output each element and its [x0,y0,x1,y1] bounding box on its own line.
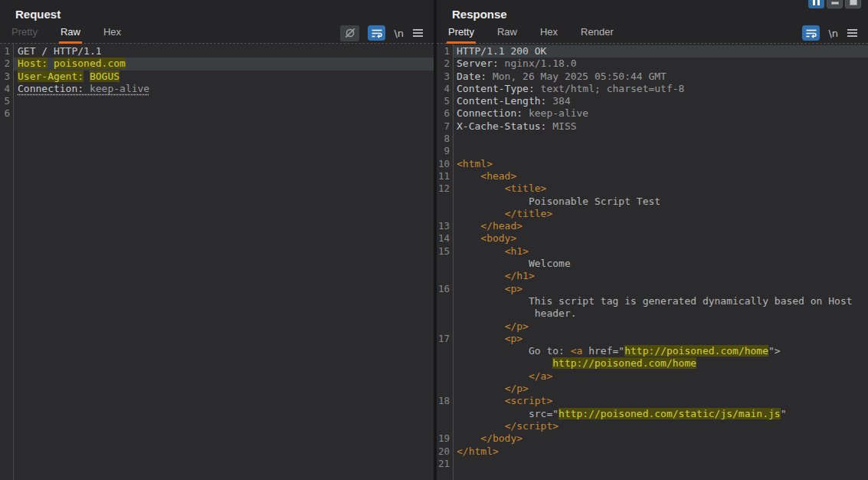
code-text: src="http://poisoned.com/static/js/main.… [457,408,786,419]
response-code: 1HTTP/1.1 200 OK2Server: nginx/1.18.03Da… [437,45,868,470]
code-line[interactable]: 15 <h1> [437,245,868,258]
response-tabs: PrettyRawHexRender [447,24,635,44]
code-text: User-Agent: BOGUS [18,71,120,82]
pause-button[interactable] [808,0,824,8]
code-line[interactable]: 21 [437,458,868,470]
line-number: 16 [437,283,450,295]
code-line[interactable]: 3Date: Mon, 26 May 2025 05:50:44 GMT [437,71,868,83]
code-text: </h1> [457,270,535,281]
code-text: </a> [457,370,552,382]
code-text: <p> [457,283,522,294]
tab-raw[interactable]: Raw [59,24,82,44]
request-panel: Request PrettyRawHex [0,0,434,480]
code-line[interactable]: 5Content-Length: 384 [437,95,868,107]
tab-hex[interactable]: Hex [102,24,123,44]
line-number: 18 [437,395,450,407]
code-line[interactable]: 16 <p> [437,283,868,295]
code-line[interactable]: 7X-Cache-Status: MISS [437,120,868,133]
response-header: Response PrettyRawHexRender \n [437,0,868,44]
response-panel-title: Response [437,8,868,24]
code-line[interactable]: header. [437,307,868,320]
line-number: 6 [0,107,10,120]
line-number: 8 [437,133,450,145]
code-line[interactable]: 8 [437,133,868,145]
response-panel: Response PrettyRawHexRender \n [437,0,868,480]
code-line[interactable]: 5 [0,95,434,107]
code-line[interactable]: Go to: <a href="http://poisoned.com/home… [437,345,868,357]
code-line[interactable]: 18 <script> [437,395,868,407]
request-editor[interactable]: 1GET / HTTP/1.12Host: poisoned.com3User-… [0,44,434,480]
tab-pretty[interactable]: Pretty [10,24,39,44]
code-text: Host: poisoned.com [18,58,126,69]
code-text: <html> [457,158,493,169]
code-line[interactable]: 20</html> [437,445,868,458]
newline-toggle-icon[interactable]: \n [828,28,838,39]
soft-wrap-icon[interactable] [368,25,385,41]
code-line[interactable]: 3User-Agent: BOGUS [0,71,434,83]
code-line[interactable]: </title> [437,208,868,220]
code-text: <body> [457,232,516,244]
response-editor[interactable]: 1HTTP/1.1 200 OK2Server: nginx/1.18.03Da… [437,44,868,480]
request-code: 1GET / HTTP/1.12Host: poisoned.com3User-… [0,45,434,120]
line-number: 4 [0,83,10,95]
eye-off-icon[interactable] [340,25,359,41]
line-number: 5 [437,95,450,107]
code-text: </p> [457,321,529,332]
minimize-button[interactable] [827,0,843,8]
code-line[interactable]: </a> [437,370,868,383]
maximize-button[interactable] [845,0,861,8]
code-line[interactable]: src="http://poisoned.com/static/js/main.… [437,408,868,420]
request-panel-title: Request [0,8,434,24]
code-line[interactable]: 6Connection: keep-alive [437,107,868,120]
line-number: 13 [437,220,450,232]
code-line[interactable]: 4Connection: keep-alive [0,83,434,95]
code-line[interactable]: 11 <head> [437,170,868,182]
code-line[interactable]: 1GET / HTTP/1.1 [0,45,434,58]
code-line[interactable]: 9 [437,145,868,157]
code-line[interactable]: 14 <body> [437,232,868,245]
code-text: Server: nginx/1.18.0 [457,58,577,69]
code-line[interactable]: </h1> [437,270,868,282]
code-line[interactable]: 10<html> [437,158,868,170]
code-text: <script> [457,395,552,406]
tab-raw[interactable]: Raw [496,24,519,44]
code-line[interactable]: This script tag is generated dynamically… [437,295,868,307]
code-line[interactable]: </p> [437,321,868,333]
menu-icon[interactable] [412,28,424,38]
line-number: 4 [437,83,450,95]
tab-pretty[interactable]: Pretty [447,24,476,44]
code-line[interactable]: 13 </head> [437,220,868,232]
request-tabs: PrettyRawHex [10,24,142,44]
line-number: 6 [437,107,450,120]
line-number: 1 [437,45,450,58]
code-text: header. [457,307,577,319]
line-number: 10 [437,158,450,170]
soft-wrap-icon[interactable] [802,25,820,41]
code-line[interactable]: 17 <p> [437,333,868,345]
code-line[interactable]: 2Host: poisoned.com [0,58,434,70]
code-line[interactable]: 19 </body> [437,432,868,445]
newline-toggle-icon[interactable]: \n [394,28,404,39]
tab-render[interactable]: Render [579,24,615,44]
response-toolbar: \n [802,24,858,42]
code-line[interactable]: 1HTTP/1.1 200 OK [437,45,868,58]
code-line[interactable]: Poisonable Script Test [437,196,868,208]
code-text: </script> [457,420,558,432]
request-tabbar: PrettyRawHex [0,24,434,44]
code-line[interactable]: 4Content-Type: text/html; charset=utf-8 [437,83,868,95]
line-number: 2 [0,58,10,70]
tab-hex[interactable]: Hex [539,24,559,44]
code-text: </title> [457,208,552,219]
http-message-editor-window: Request PrettyRawHex [0,0,868,480]
code-text: </head> [457,220,522,232]
code-line[interactable]: http://poisoned.com/home [437,357,868,370]
code-line[interactable]: </script> [437,420,868,432]
code-line[interactable]: 12 <title> [437,182,868,195]
code-line[interactable]: Welcome [437,258,868,270]
line-number: 2 [437,58,450,70]
code-line[interactable]: </p> [437,383,868,395]
code-line[interactable]: 2Server: nginx/1.18.0 [437,58,868,70]
code-text: X-Cache-Status: MISS [457,120,577,132]
menu-icon[interactable] [847,28,858,38]
code-line[interactable]: 6 [0,107,434,120]
